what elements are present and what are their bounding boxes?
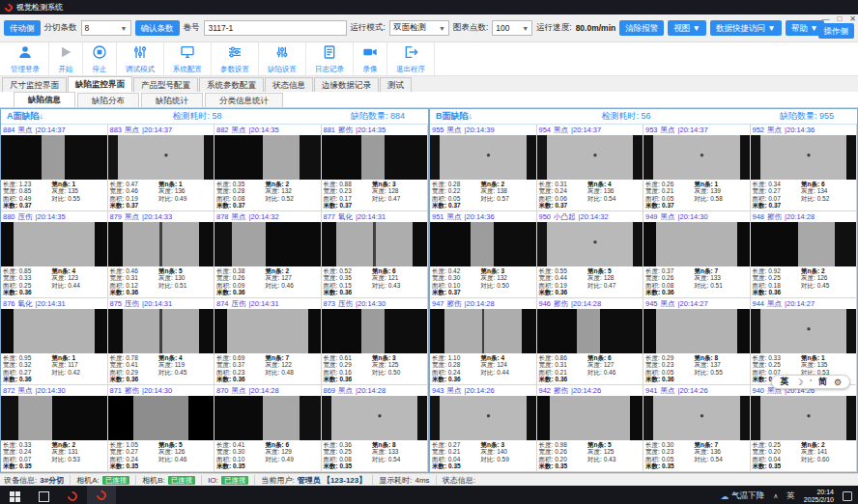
subtab-2[interactable]: 缺陷统计 [141,93,203,107]
pinned-app-button[interactable] [58,486,87,504]
quick-data-menu-button[interactable]: 数据快捷访问 ▼ [710,20,782,36]
defect-image[interactable] [322,222,428,266]
weather-widget[interactable]: ☁ 气温下降 [721,490,765,502]
defect-image[interactable] [644,135,750,180]
active-app-button[interactable] [87,486,116,504]
defect-image[interactable] [108,135,214,180]
defect-image[interactable] [322,396,428,440]
defect-image[interactable] [1,135,107,180]
tab-2[interactable]: 产品型号配置 [133,77,198,92]
ime-simplified[interactable]: 简 [818,376,827,388]
ribbon-user-button[interactable]: 管理登录 [2,42,49,75]
defect-image[interactable] [751,309,857,353]
defect-image[interactable] [108,222,214,266]
ribbon-defect-button[interactable]: 缺陷设置 [259,42,306,75]
defect-image[interactable] [108,396,214,440]
defect-image[interactable] [322,309,428,353]
defect-cell[interactable]: 940 黑点 |20:14:26 长度: 0.25 宽度: 0.20 面积: 0… [751,385,858,472]
defect-image[interactable] [1,222,107,266]
ribbon-play-button[interactable]: 开始 [49,42,83,75]
defect-image[interactable] [430,222,536,266]
defect-cell[interactable]: 944 黑点 |20:14:27 长度: 0.33 宽度: 0.25 面积: 0… [751,298,858,385]
subtab-1[interactable]: 缺陷分布 [77,93,139,107]
ribbon-params-button[interactable]: 参数设置 [212,42,259,75]
defect-cell[interactable]: 874 压伤 |20:14:31 长度: 0.69 宽度: 0.37 面积: 0… [214,298,322,385]
tab-0[interactable]: 尺寸监控界面 [2,77,67,92]
defect-cell[interactable]: 872 黑点 |20:14:30 长度: 0.33 宽度: 0.24 面积: 0… [1,385,108,472]
defect-cell[interactable]: 946 擦伤 |20:14:28 长度: 0.86 宽度: 0.31 面积: 0… [537,298,644,385]
defect-image[interactable] [214,396,321,440]
roll-no-input[interactable]: 3117-1 [204,20,347,36]
defect-image[interactable] [1,309,107,353]
ribbon-system-button[interactable]: 系统配置 [164,42,212,75]
tab-6[interactable]: 测试 [380,77,412,92]
defect-cell[interactable]: 870 黑点 |20:14:28 长度: 0.41 宽度: 0.30 面积: 0… [214,385,322,472]
defect-cell[interactable]: 883 黑点 |20:14:37 长度: 0.47 宽度: 0.46 面积: 0… [108,125,215,211]
defect-cell[interactable]: 952 黑点 |20:14:36 长度: 0.34 宽度: 0.27 面积: 0… [751,125,858,211]
defect-cell[interactable]: 879 黑点 |20:14:33 长度: 0.46 宽度: 0.31 面积: 0… [108,211,215,298]
panel-b-title[interactable]: B面缺陷↓ [436,110,472,123]
gear-icon[interactable]: ⚙ [834,378,842,387]
defect-cell[interactable]: 871 擦伤 |20:14:30 长度: 1.05 宽度: 0.27 面积: 0… [108,385,215,472]
defect-image[interactable] [751,396,857,440]
defect-image[interactable] [214,222,321,266]
defect-cell[interactable]: 942 擦伤 |20:14:26 长度: 0.98 宽度: 0.26 面积: 0… [537,385,644,472]
defect-image[interactable] [214,309,321,353]
moon-icon[interactable]: ☽ [795,378,803,387]
defect-cell[interactable]: 951 黑点 |20:14:36 长度: 0.42 宽度: 0.30 面积: 0… [430,211,537,298]
defect-cell[interactable]: 949 黑点 |20:14:30 长度: 0.37 宽度: 0.26 面积: 0… [644,211,751,298]
defect-image[interactable] [214,135,321,180]
defect-cell[interactable]: 884 黑点 |20:14:37 长度: 1.23 宽度: 0.85 面积: 0… [1,125,108,211]
defect-cell[interactable]: 954 黑点 |20:14:37 长度: 0.31 宽度: 0.24 面积: 0… [537,125,644,211]
defect-image[interactable] [430,135,536,180]
defect-image[interactable] [644,396,750,440]
defect-image[interactable] [644,222,750,266]
defect-cell[interactable]: 869 黑点 |20:14:28 长度: 0.36 宽度: 0.25 面积: 0… [322,385,429,472]
ribbon-log-button[interactable]: 日志记录 [306,42,354,75]
defect-cell[interactable]: 882 黑点 |20:14:35 长度: 0.35 宽度: 0.28 面积: 0… [214,125,322,211]
defect-image[interactable] [644,309,750,353]
defect-image[interactable] [537,396,644,440]
defect-image[interactable] [108,309,214,353]
input-language-indicator[interactable]: 英 [786,490,795,502]
chart-points-select[interactable]: 100▼ [492,20,532,36]
ribbon-stop-button[interactable]: 停止 [83,42,117,75]
taskbar-clock[interactable]: 20:14 2025/2/10 [804,489,834,504]
defect-cell[interactable]: 881 擦伤 |20:14:35 长度: 0.88 宽度: 0.23 面积: 0… [322,125,429,211]
ribbon-exit-button[interactable]: 退出程序 [387,42,435,75]
defect-cell[interactable]: 955 黑点 |20:14:39 长度: 0.28 宽度: 0.22 面积: 0… [430,125,537,211]
confirm-count-button[interactable]: 确认条数 [135,20,180,36]
defect-cell[interactable]: 876 氧化 |20:14:31 长度: 0.95 宽度: 0.32 面积: 0… [1,298,108,385]
defect-image[interactable] [537,135,644,180]
defect-cell[interactable]: 943 黑点 |20:14:26 长度: 0.27 宽度: 0.21 面积: 0… [430,385,537,472]
defect-image[interactable] [430,396,536,440]
subtab-3[interactable]: 分类信息统计 [205,93,283,107]
ime-lang-en[interactable]: 英 [780,376,788,388]
defect-cell[interactable]: 945 黑点 |20:14:27 长度: 0.29 宽度: 0.23 面积: 0… [644,298,751,385]
defect-cell[interactable]: 948 擦伤 |20:14:28 长度: 0.92 宽度: 0.25 面积: 0… [751,211,858,298]
defect-cell[interactable]: 880 压伤 |20:14:35 长度: 0.85 宽度: 0.33 面积: 0… [1,211,108,298]
clear-alarm-button[interactable]: 清除报警 [619,20,664,36]
notification-center-icon[interactable] [843,491,852,501]
start-button[interactable] [0,486,29,504]
run-mode-select[interactable]: 双面检测▼ [389,20,449,36]
ime-language-bar[interactable]: 英 ☽ ' 简 ⚙ [771,375,850,389]
panel-a-title[interactable]: A面缺陷↓ [7,110,43,123]
task-view-button[interactable] [29,486,58,504]
defect-image[interactable] [1,396,107,440]
subtab-0[interactable]: 缺陷信息 [14,92,75,107]
defect-image[interactable] [322,135,428,180]
defect-image[interactable] [751,135,857,180]
split-count-select[interactable]: 8▼ [81,20,131,36]
defect-image[interactable] [537,309,644,353]
defect-cell[interactable]: 875 压伤 |20:14:31 长度: 0.78 宽度: 0.41 面积: 0… [108,298,215,385]
defect-image[interactable] [751,222,857,266]
ribbon-debug-button[interactable]: 调试模式 [117,42,164,75]
operator-side-button[interactable]: 操作侧 [818,23,855,39]
defect-cell[interactable]: 941 黑点 |20:14:26 长度: 0.30 宽度: 0.23 面积: 0… [644,385,751,472]
defect-image[interactable] [430,309,536,353]
ribbon-record-button[interactable]: 录像 [354,42,387,75]
tab-4[interactable]: 状态信息 [265,77,313,92]
defect-cell[interactable]: 877 氧化 |20:14:31 长度: 0.52 宽度: 0.35 面积: 0… [322,211,429,298]
defect-image[interactable] [537,222,644,266]
